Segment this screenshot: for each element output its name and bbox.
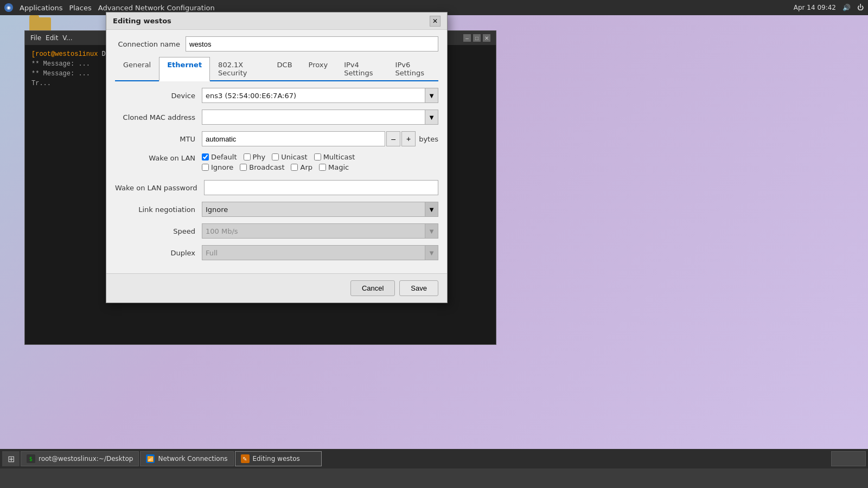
wol-password-input[interactable] <box>204 180 438 195</box>
taskbar-item-terminal[interactable]: $ root@westoslinux:~/Desktop <box>21 451 139 466</box>
tab-proxy[interactable]: Proxy <box>301 57 336 80</box>
taskbar-item-network[interactable]: 📶 Network Connections <box>140 451 233 466</box>
wol-ignore-checkbox[interactable]: Ignore <box>202 163 233 171</box>
cancel-button[interactable]: Cancel <box>350 280 395 296</box>
vm-menu-advanced-network[interactable]: Advanced Network Configuration <box>98 4 215 12</box>
wol-magic-input[interactable] <box>319 164 326 171</box>
link-negotiation-control: Ignore ▼ <box>202 202 438 217</box>
duplex-label: Duplex <box>115 249 202 257</box>
taskbar-terminal-label: root@westoslinux:~/Desktop <box>39 455 133 463</box>
speed-control: 100 Mb/s ▼ <box>202 223 438 239</box>
taskbar-edit-icon: ✎ <box>241 454 250 463</box>
dialog-footer: Cancel Save <box>106 273 447 303</box>
cloned-mac-arrow[interactable]: ▼ <box>425 110 438 124</box>
speed-row: Speed 100 Mb/s ▼ <box>115 223 438 239</box>
taskbar-network-label: Network Connections <box>158 455 227 463</box>
tab-ipv6-settings[interactable]: IPv6 Settings <box>387 57 438 80</box>
link-negotiation-row: Link negotiation Ignore ▼ <box>115 202 438 217</box>
terminal-menubar-view[interactable]: V... <box>62 34 72 42</box>
duplex-control: Full ▼ <box>202 245 438 260</box>
wol-arp-input[interactable] <box>291 164 298 171</box>
wol-password-control <box>204 180 438 195</box>
terminal-close-btn[interactable]: ✕ <box>483 34 490 42</box>
wol-broadcast-input[interactable] <box>240 164 247 171</box>
tab-8021x-security[interactable]: 802.1X Security <box>210 57 269 80</box>
wol-unicast-checkbox[interactable]: Unicast <box>272 153 307 161</box>
mtu-increment-button[interactable]: + <box>401 131 416 146</box>
wol-default-input[interactable] <box>202 153 209 160</box>
taskbar-terminal-icon: $ <box>27 454 35 463</box>
speed-select[interactable]: 100 Mb/s ▼ <box>202 223 438 239</box>
wol-broadcast-checkbox[interactable]: Broadcast <box>240 163 284 171</box>
device-combo-arrow[interactable]: ▼ <box>425 88 438 102</box>
device-combo[interactable]: ens3 (52:54:00:E6:7A:67) ▼ <box>202 88 438 103</box>
connection-name-row: Connection name <box>115 36 438 52</box>
wol-default-label: Default <box>211 153 237 161</box>
cloned-mac-label: Cloned MAC address <box>115 113 202 121</box>
wol-ignore-input[interactable] <box>202 164 209 171</box>
tabs-bar: General Ethernet 802.1X Security DCB Pro… <box>115 57 438 81</box>
connection-name-input[interactable] <box>186 36 438 52</box>
terminal-controls: – □ ✕ <box>463 34 490 42</box>
wake-on-lan-label: Wake on LAN <box>115 153 202 162</box>
mtu-label: MTU <box>115 135 202 143</box>
terminal-menubar-file[interactable]: File <box>30 34 41 42</box>
vm-power-icon: ⏻ <box>857 4 864 11</box>
tab-ethernet[interactable]: Ethernet <box>159 57 210 81</box>
mtu-decrement-button[interactable]: – <box>386 131 400 146</box>
dialog-title: Editing westos <box>113 17 171 25</box>
link-negotiation-arrow[interactable]: ▼ <box>425 202 438 216</box>
wake-on-lan-options-row1: Default Phy Unicast Multicast <box>202 153 438 161</box>
cloned-mac-combo[interactable]: ▼ <box>202 110 438 125</box>
speed-arrow[interactable]: ▼ <box>425 224 438 238</box>
wol-magic-label: Magic <box>328 163 349 171</box>
vm-menu-places[interactable]: Places <box>69 4 91 12</box>
speed-label: Speed <box>115 227 202 235</box>
duplex-value: Full <box>202 246 425 260</box>
wol-arp-checkbox[interactable]: Arp <box>291 163 312 171</box>
wol-default-checkbox[interactable]: Default <box>202 153 237 161</box>
tab-dcb[interactable]: DCB <box>269 57 301 80</box>
dialog-titlebar: Editing westos ✕ <box>106 12 447 30</box>
mtu-row: MTU – + bytes <box>115 131 438 146</box>
vm-datetime: Apr 14 09:42 <box>794 4 836 11</box>
cloned-mac-control: ▼ <box>202 110 438 125</box>
terminal-maximize-btn[interactable]: □ <box>473 34 481 42</box>
link-negotiation-select[interactable]: Ignore ▼ <box>202 202 438 217</box>
wol-magic-checkbox[interactable]: Magic <box>319 163 349 171</box>
wol-multicast-input[interactable] <box>314 153 321 160</box>
wol-unicast-input[interactable] <box>272 153 279 160</box>
terminal-menubar-edit[interactable]: Edit <box>46 34 58 42</box>
taskbar-item-editing[interactable]: ✎ Editing westos <box>235 451 322 466</box>
connection-name-label: Connection name <box>115 40 180 48</box>
vm-volume-icon: 🔊 <box>843 4 851 11</box>
duplex-row: Duplex Full ▼ <box>115 245 438 260</box>
mtu-input[interactable] <box>202 131 385 146</box>
taskbar-apps-button[interactable]: ⊞ <box>2 451 20 466</box>
vm-menu-applications[interactable]: Applications <box>20 4 62 12</box>
save-button[interactable]: Save <box>399 280 438 296</box>
duplex-arrow[interactable]: ▼ <box>425 246 438 260</box>
wol-multicast-label: Multicast <box>323 153 355 161</box>
wol-password-row: Wake on LAN password <box>115 180 438 195</box>
wol-broadcast-label: Broadcast <box>249 163 284 171</box>
tab-general[interactable]: General <box>115 57 159 80</box>
tab-ipv4-settings[interactable]: IPv4 Settings <box>336 57 387 80</box>
wol-unicast-label: Unicast <box>281 153 307 161</box>
device-label: Device <box>115 92 202 100</box>
wake-on-lan-options-row2: Ignore Broadcast Arp Magic <box>202 163 438 171</box>
taskbar-window-btn-1[interactable] <box>831 451 866 466</box>
wol-password-label: Wake on LAN password <box>115 184 204 192</box>
wol-ignore-label: Ignore <box>211 163 233 171</box>
wol-arp-label: Arp <box>300 163 312 171</box>
terminal-minimize-btn[interactable]: – <box>463 34 471 42</box>
wol-phy-input[interactable] <box>244 153 251 160</box>
device-control: ens3 (52:54:00:E6:7A:67) ▼ <box>202 88 438 103</box>
wol-multicast-checkbox[interactable]: Multicast <box>314 153 355 161</box>
taskbar-editing-label: Editing westos <box>253 455 300 463</box>
dialog-body: Connection name General Ethernet 802.1X … <box>106 30 447 273</box>
taskbar-network-icon: 📶 <box>146 454 155 463</box>
dialog-close-button[interactable]: ✕ <box>430 16 441 27</box>
duplex-select[interactable]: Full ▼ <box>202 245 438 260</box>
wol-phy-checkbox[interactable]: Phy <box>244 153 266 161</box>
